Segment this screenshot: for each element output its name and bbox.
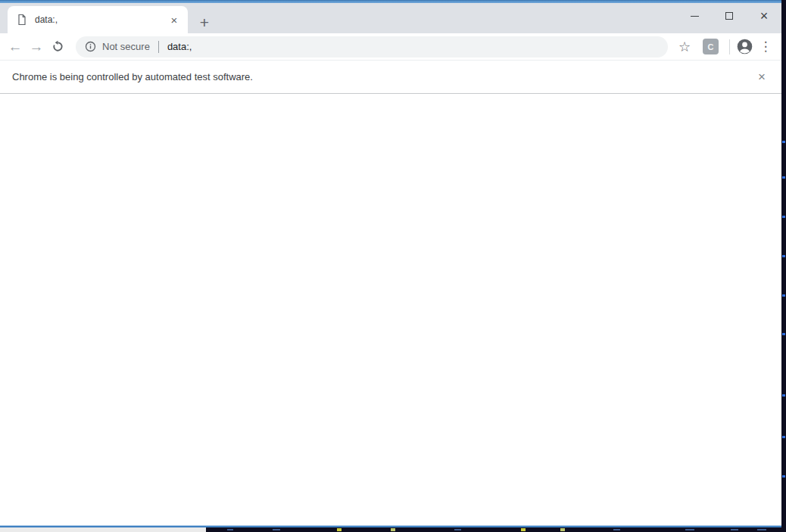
window-controls: ×	[677, 3, 781, 29]
backdrop-speck	[782, 176, 785, 179]
backdrop-speck	[454, 529, 461, 530]
security-label: Not secure	[102, 41, 150, 52]
backdrop-speck	[521, 528, 526, 531]
avatar-icon	[736, 38, 753, 55]
active-tab[interactable]: data:, ×	[8, 6, 188, 33]
backdrop-speck	[227, 529, 233, 530]
backdrop-speck	[613, 529, 620, 530]
toolbar-separator	[729, 39, 730, 54]
window-minimize-button[interactable]	[677, 3, 712, 29]
backdrop-speck	[782, 475, 785, 478]
backdrop-speck	[391, 528, 395, 531]
forward-button[interactable]: →	[26, 36, 47, 58]
screen: data:, × + × ← →	[0, 0, 786, 532]
backdrop-speck	[782, 141, 785, 143]
browser-toolbar: ← → Not secure data:,	[0, 33, 781, 61]
new-tab-button[interactable]: +	[195, 13, 214, 33]
window-bottom-border	[0, 525, 781, 527]
backdrop-speck	[560, 528, 565, 531]
omnibox-separator	[158, 41, 159, 53]
tab-title: data:,	[35, 14, 167, 25]
infobar-close-icon[interactable]: ×	[753, 68, 771, 86]
minimize-icon	[691, 16, 699, 17]
backdrop-speck	[782, 436, 785, 438]
window-close-icon: ×	[760, 9, 769, 23]
url-text: data:,	[167, 41, 192, 52]
bookmark-star-icon[interactable]: ☆	[674, 36, 695, 58]
tab-close-icon[interactable]: ×	[167, 12, 182, 27]
backdrop-speck	[273, 529, 280, 530]
browser-window: data:, × + × ← →	[0, 0, 781, 527]
backdrop-speck	[782, 216, 785, 218]
page-content	[0, 94, 781, 525]
menu-more-icon[interactable]: ⋮	[756, 36, 775, 58]
profile-avatar-button[interactable]	[733, 36, 756, 58]
backdrop-light-patch	[0, 527, 206, 532]
reload-button[interactable]	[47, 36, 68, 58]
tab-bar: data:, × + ×	[0, 3, 781, 33]
backdrop-speck	[685, 529, 694, 530]
window-maximize-button[interactable]	[712, 3, 747, 29]
backdrop-speck	[731, 529, 738, 530]
automation-infobar: Chrome is being controlled by automated …	[0, 61, 781, 94]
backdrop-speck	[782, 333, 785, 335]
backdrop-speck	[782, 394, 785, 397]
security-chip[interactable]: Not secure	[85, 41, 150, 52]
info-icon	[85, 41, 96, 52]
backdrop-speck	[782, 255, 785, 257]
backdrop-speck	[782, 294, 785, 297]
page-document-icon	[16, 14, 28, 26]
backdrop-speck	[337, 528, 342, 531]
infobar-message: Chrome is being controlled by automated …	[12, 71, 753, 82]
maximize-icon	[725, 12, 733, 20]
backdrop-speck	[757, 529, 766, 530]
extension-badge-icon[interactable]: C	[703, 39, 719, 54]
window-close-button[interactable]: ×	[747, 3, 781, 29]
back-button[interactable]: ←	[5, 36, 26, 58]
address-bar[interactable]: Not secure data:,	[76, 36, 668, 58]
reload-icon	[51, 40, 64, 53]
